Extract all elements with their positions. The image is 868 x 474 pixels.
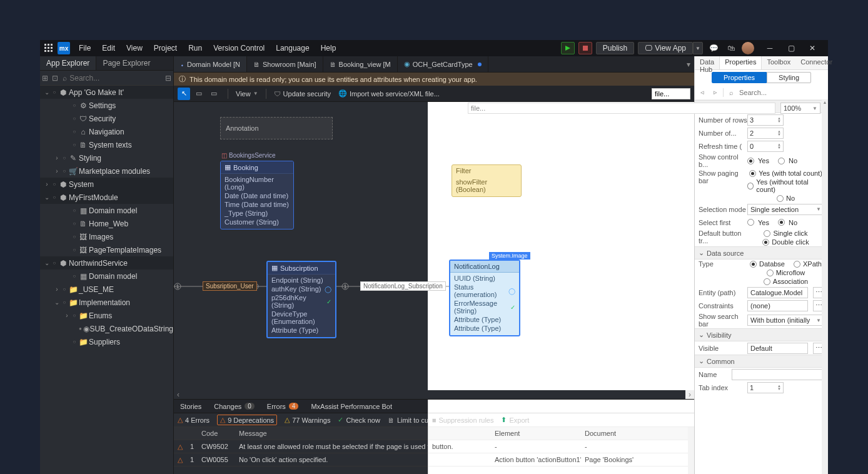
editor-tabs-dropdown[interactable]: ▾ (683, 60, 694, 69)
search-bar-select[interactable]: With button (initially▼ (747, 315, 824, 326)
refresh-input[interactable]: 0▲▼ (747, 141, 784, 152)
assoc-label-notif[interactable]: NotificationLog_Subscription (360, 281, 446, 291)
filter-warnings[interactable]: △77 Warnings (285, 416, 330, 424)
tree-item[interactable]: ○⌂Navigation (40, 125, 173, 138)
tree-item[interactable]: ⌄○📁Implementation (40, 296, 173, 309)
rtab-properties[interactable]: Properties (719, 56, 762, 69)
tree-item[interactable]: ›○✎Styling (40, 151, 173, 164)
menu-help[interactable]: Help (321, 44, 336, 53)
section-common[interactable]: ⌄Common (695, 355, 828, 368)
zoom-select[interactable]: 100%▼ (780, 103, 820, 114)
trigger-single-radio[interactable] (764, 230, 770, 237)
props-scrollbar[interactable]: ▲ (822, 100, 828, 474)
tab-page-explorer[interactable]: Page Explorer (96, 56, 156, 70)
window-close[interactable]: ✕ (805, 41, 819, 55)
nav-back-icon[interactable]: ◃ (697, 88, 708, 96)
annotation-box[interactable]: Annotation (220, 117, 333, 139)
tree-item[interactable]: ○📁Suppliers (40, 335, 173, 348)
canvas-scrollbar[interactable]: ‹ › (174, 390, 694, 399)
tool-arrow[interactable]: ↖ (178, 88, 190, 100)
new-doc-icon[interactable]: ⊞ (40, 74, 50, 83)
tab-errors[interactable]: Errors4 (261, 403, 305, 410)
section-data-source[interactable]: ⌄Data source (695, 246, 828, 260)
nav-fwd-icon[interactable]: ▹ (710, 88, 721, 96)
entity-path-input[interactable]: Catalogue.Model (747, 287, 808, 298)
editor-tab-och[interactable]: ◉OCH_GetCardType (398, 56, 488, 72)
tab-mxassist[interactable]: MxAssist Performance Bot (305, 403, 398, 410)
editor-tab-showroom[interactable]: 🗎Showroom [Main] (247, 56, 323, 72)
type-xpath-radio[interactable] (794, 261, 800, 268)
subtab-properties[interactable]: Properties (712, 72, 767, 83)
showctrl-yes-radio[interactable] (747, 158, 754, 164)
tab-stories[interactable]: Stories (174, 403, 208, 410)
tree-item[interactable]: ○⚙Settings (40, 99, 173, 112)
tree-item[interactable]: ○▦Domain model (40, 204, 173, 217)
check-now-button[interactable]: ✓Check now (338, 416, 380, 424)
entity-subscription[interactable]: ▦Subscirption Endpoint (String)authKey (… (266, 261, 336, 338)
tree-collapse-icon[interactable]: ⊟ (163, 74, 173, 83)
mendix-logo[interactable]: mx (58, 42, 70, 54)
tree-item[interactable]: ›○🛒Marketplace modules (40, 164, 173, 178)
tab-app-explorer[interactable]: App Explorer (40, 56, 96, 70)
apps-grid-icon[interactable] (40, 44, 58, 53)
menu-file[interactable]: File (79, 44, 91, 53)
view-app-dropdown[interactable]: ▼ (693, 42, 703, 54)
rtab-toolbox[interactable]: Toolbox (762, 56, 795, 69)
tree-item[interactable]: ⌄○⬢NorthwindService (40, 256, 173, 270)
tree-item[interactable]: ›○📁_USE_ME (40, 283, 173, 296)
run-play-button[interactable] (561, 42, 575, 54)
menu-edit[interactable]: Edit (102, 44, 115, 53)
filter-errors[interactable]: △4 Errors (178, 416, 209, 424)
tool-note[interactable]: ▭ (208, 88, 220, 100)
section-visibility[interactable]: ⌄Visibility (695, 328, 828, 341)
rtab-connector[interactable]: Connector (795, 56, 837, 69)
window-minimize[interactable]: ─ (763, 41, 777, 55)
paging-opt1-radio[interactable] (749, 170, 756, 177)
type-association-radio[interactable] (764, 278, 770, 285)
tree-item[interactable]: ○▦Domain model (40, 270, 173, 283)
store-icon[interactable]: 🛍 (724, 41, 738, 55)
editor-tab-booking-view[interactable]: 🗎Booking_view [M (323, 56, 398, 72)
selection-mode-select[interactable]: Single selection▼ (747, 204, 824, 215)
editor-tab-domain-model[interactable]: ⬩Domain Model [N (174, 56, 247, 72)
export-button-light[interactable]: ⬆Export (501, 416, 529, 424)
scroll-left-icon[interactable]: ‹ (174, 390, 183, 399)
paging-opt3-radio[interactable] (777, 195, 784, 202)
view-dropdown[interactable]: View▼ (236, 90, 258, 98)
update-security-button[interactable]: 🛡Update security (274, 90, 331, 98)
bottom-scrollbar[interactable] (688, 427, 694, 474)
menu-project[interactable]: Project (154, 44, 177, 53)
selfirst-yes-radio[interactable] (747, 219, 754, 226)
selfirst-no-radio[interactable] (778, 219, 785, 226)
tree-item[interactable]: ○🛡Security (40, 112, 173, 125)
tree-item[interactable]: ●◉SUB_CreateODataString (40, 322, 173, 335)
chat-icon[interactable]: 💬 (707, 41, 720, 55)
user-avatar[interactable] (742, 42, 754, 54)
tree-item[interactable]: ○🖼Images (40, 230, 173, 243)
paging-opt2-radio[interactable] (747, 183, 754, 189)
view-app-button[interactable]: 🖵View App (638, 42, 693, 54)
num-rows-input[interactable]: 3▲▼ (747, 114, 784, 126)
showctrl-no-radio[interactable] (778, 158, 785, 164)
suppression-button-light[interactable]: ≡Suppression rules (432, 416, 493, 424)
tree-item[interactable]: ›○⬢System (40, 178, 173, 191)
visible-input[interactable]: Default (747, 343, 808, 354)
publish-button[interactable]: Publish (596, 42, 634, 54)
tab-index-input[interactable]: 1▲▼ (747, 382, 784, 393)
properties-search-input[interactable] (739, 89, 825, 96)
tab-changes[interactable]: Changes0 (208, 403, 261, 410)
subtab-styling[interactable]: Styling (767, 72, 811, 83)
entity-booking[interactable]: ▦Booking BookingNumber (Long)Date (Date … (220, 161, 294, 229)
tree-item[interactable]: ○🖼PageTemplateImages (40, 243, 173, 256)
tree-item[interactable]: ⌄○⬢App 'Go Make It' (40, 86, 173, 99)
run-stop-button[interactable] (578, 42, 592, 54)
zoom-input-dark[interactable] (652, 88, 690, 99)
filter-deprecations[interactable]: △9 Deprecations (217, 415, 277, 425)
rtab-data-hub[interactable]: Data Hub (695, 56, 719, 69)
light-file-input[interactable]: file... (468, 103, 775, 114)
tree-item[interactable]: ›○📁Enums (40, 309, 173, 322)
tree-item[interactable]: ○🗎System texts (40, 138, 173, 151)
constraints-input[interactable]: (none) (747, 300, 808, 311)
explorer-search-input[interactable] (69, 74, 163, 83)
tree-item[interactable]: ○🗎Home_Web (40, 217, 173, 230)
